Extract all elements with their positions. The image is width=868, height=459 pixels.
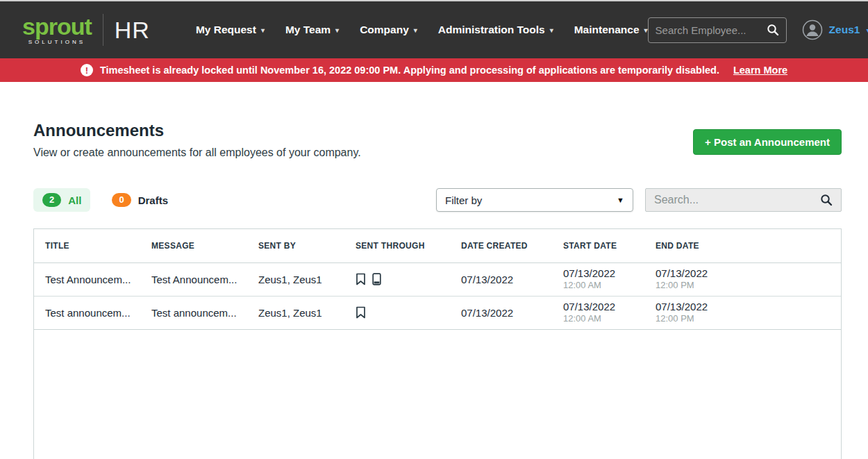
exclamation-icon: !: [81, 64, 93, 76]
tab-all[interactable]: 2 All: [33, 188, 90, 212]
cell-title: Test announcem...: [34, 296, 140, 329]
product-name: HR: [115, 17, 150, 44]
brand-subtitle: SOLUTIONS: [28, 40, 85, 45]
cell-end-date: 07/13/2022 12:00 PM: [644, 296, 841, 329]
brand-name: sprout: [22, 15, 92, 38]
table-header-row: TITLE MESSAGE SENT BY SENT THROUGH DATE …: [34, 229, 841, 262]
search-icon[interactable]: [767, 24, 779, 36]
cell-message: Test announcem...: [140, 296, 247, 329]
menu-my-request-label: My Request: [196, 24, 256, 36]
bookmark-icon: [356, 306, 366, 319]
menu-company[interactable]: Company ▾: [360, 24, 417, 36]
avatar-icon: [802, 19, 823, 40]
menu-my-team-label: My Team: [285, 24, 331, 36]
cell-end-date: 07/13/2022 12:00 PM: [644, 262, 841, 296]
drafts-count-badge: 0: [112, 193, 131, 207]
menu-my-request[interactable]: My Request ▾: [196, 24, 265, 36]
main-menu: My Request ▾ My Team ▾ Company ▾ Adminis…: [196, 24, 648, 36]
cell-date-created: 07/13/2022: [450, 296, 552, 329]
dropdown-arrow-icon: ▼: [617, 196, 624, 204]
table-row[interactable]: Test announcem... Test announcem... Zeus…: [34, 296, 841, 329]
mobile-icon: [372, 273, 381, 285]
cell-sent-through: [344, 296, 450, 329]
all-count-badge: 2: [42, 193, 61, 207]
cell-sent-by: Zeus1, Zeus1: [247, 262, 344, 296]
chevron-down-icon: ▾: [550, 26, 553, 34]
tab-drafts[interactable]: 0 Drafts: [103, 188, 177, 212]
col-header-message: MESSAGE: [140, 229, 247, 262]
menu-administration-tools-label: Administration Tools: [438, 24, 545, 36]
tab-all-label: All: [68, 194, 81, 206]
cell-sent-through: [344, 262, 450, 296]
post-announcement-button[interactable]: + Post an Announcement: [693, 129, 842, 155]
page-header: Announcements View or create announcemen…: [33, 121, 842, 159]
page-title: Announcements: [33, 121, 361, 140]
bookmark-icon: [356, 273, 366, 285]
cell-start-date: 07/13/2022 12:00 AM: [552, 296, 644, 329]
page-subtitle: View or create announcements for all emp…: [33, 147, 361, 159]
col-header-end-date: END DATE: [644, 229, 841, 262]
cell-start-date: 07/13/2022 12:00 AM: [552, 262, 644, 296]
learn-more-link[interactable]: Learn More: [733, 65, 787, 76]
menu-administration-tools[interactable]: Administration Tools ▾: [438, 24, 553, 36]
sprout-brand: sprout SOLUTIONS: [22, 15, 92, 45]
announcement-search-box: [645, 188, 842, 212]
col-header-title: TITLE: [34, 229, 140, 262]
cell-message: Test Announcem...: [140, 262, 247, 296]
timesheet-lock-banner: ! Timesheet is already locked until Nove…: [0, 58, 868, 82]
list-controls: 2 All 0 Drafts Filter by ▼: [33, 188, 842, 212]
announcements-table-container: TITLE MESSAGE SENT BY SENT THROUGH DATE …: [33, 228, 842, 459]
cell-title: Test Announcem...: [34, 262, 140, 296]
col-header-sent-by: SENT BY: [247, 229, 344, 262]
chevron-down-icon: ▾: [261, 26, 265, 34]
logo-divider: [103, 14, 103, 46]
announcement-tabs: 2 All 0 Drafts: [33, 188, 177, 212]
sprout-logo[interactable]: sprout SOLUTIONS HR: [22, 14, 150, 46]
menu-maintenance-label: Maintenance: [574, 24, 640, 36]
employee-search-box: [648, 17, 787, 43]
chevron-down-icon: ▾: [414, 26, 417, 34]
col-header-date-created: DATE CREATED: [450, 229, 552, 262]
announcement-search-input[interactable]: [654, 194, 820, 206]
menu-maintenance[interactable]: Maintenance ▾: [574, 24, 648, 36]
employee-search-input[interactable]: [656, 24, 767, 36]
banner-message: Timesheet is already locked until Novemb…: [100, 65, 719, 76]
chevron-down-icon: ▾: [335, 26, 339, 34]
col-header-start-date: START DATE: [552, 229, 644, 262]
announcements-table: TITLE MESSAGE SENT BY SENT THROUGH DATE …: [34, 229, 841, 330]
top-navbar: sprout SOLUTIONS HR My Request ▾ My Team…: [0, 0, 868, 58]
page-header-text: Announcements View or create announcemen…: [33, 121, 361, 159]
user-name: Zeus1: [829, 24, 860, 36]
cell-date-created: 07/13/2022: [450, 262, 552, 296]
search-icon[interactable]: [820, 194, 833, 206]
filter-controls: Filter by ▼: [436, 188, 842, 212]
col-header-sent-through: SENT THROUGH: [344, 229, 450, 262]
announcements-page: Announcements View or create announcemen…: [0, 121, 868, 459]
filter-by-select[interactable]: Filter by ▼: [436, 188, 633, 212]
filter-by-value: Filter by: [445, 194, 482, 206]
user-menu[interactable]: Zeus1 ▾: [802, 19, 868, 40]
chevron-down-icon: ▾: [644, 26, 648, 34]
cell-sent-by: Zeus1, Zeus1: [247, 296, 344, 329]
tab-drafts-label: Drafts: [138, 194, 168, 206]
menu-my-team[interactable]: My Team ▾: [285, 24, 339, 36]
table-row[interactable]: Test Announcem... Test Announcem... Zeus…: [34, 262, 841, 296]
menu-company-label: Company: [360, 24, 409, 36]
